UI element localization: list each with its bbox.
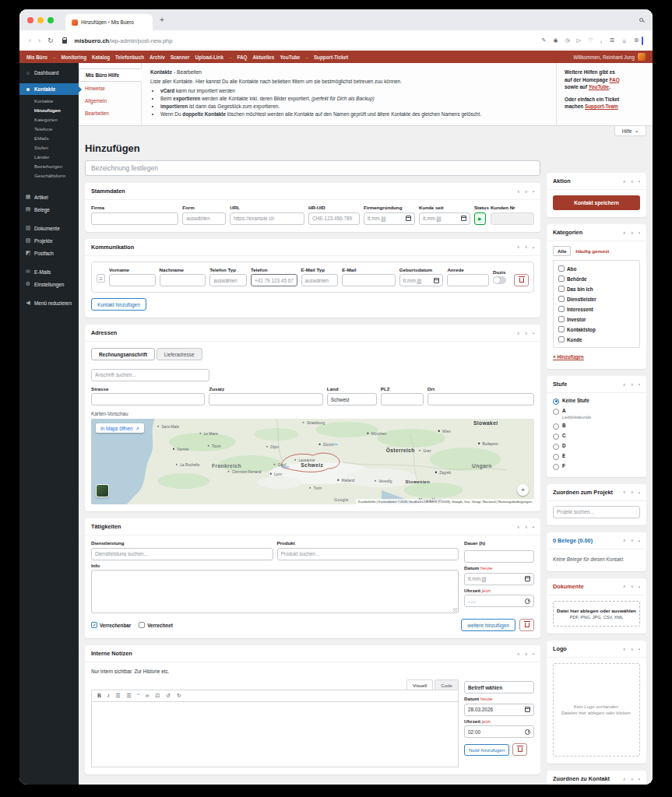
tab-alle[interactable]: Alle [553,246,571,256]
move-down-icon[interactable]: ∨ [525,651,528,656]
editor-toolbar-icon[interactable]: I [107,693,109,699]
clock-icon[interactable] [525,599,530,604]
stufe-option[interactable]: B [553,423,640,430]
move-up-icon[interactable]: ∧ [517,189,520,194]
stufe-option[interactable]: Keine Stufe [553,398,640,405]
collapse-icon[interactable]: ▴ [639,585,640,588]
hruid-input[interactable] [308,212,360,225]
admin-menu-item[interactable]: FAQ [237,54,247,60]
collapse-icon[interactable]: ▴ [533,525,534,528]
delete-kontakt-button[interactable] [514,274,529,286]
sidebar-subitem[interactable]: Beziehungen [19,161,79,170]
projekt-search-input[interactable] [553,506,640,518]
sidebar-subitem[interactable]: Kategorien [19,114,79,124]
forward-icon[interactable]: › [38,37,40,44]
help-tab[interactable]: Hinweise [79,83,141,94]
move-up-icon[interactable]: ∧ [517,244,520,249]
delete-notiz-button[interactable] [512,743,527,756]
help-tab[interactable]: Bearbeiten [79,107,141,119]
sidebar-item[interactable]: ▥ Dokumente [19,222,79,234]
sidebar-subitem[interactable]: Telefone [19,124,79,133]
plz-input[interactable] [381,393,424,406]
sidebar-item[interactable]: ◩ Postfach [19,247,79,259]
back-icon[interactable]: ‹ [29,37,31,44]
calendar-icon[interactable] [434,278,439,283]
calendar-icon[interactable] [406,216,411,221]
verrechenbar-checkbox[interactable]: ✓ [91,622,97,628]
checkbox-icon[interactable] [558,286,565,292]
lock-icon[interactable] [62,40,67,44]
sidebar-subitem[interactable]: Hinzufügen [19,105,79,114]
calendar-icon[interactable] [525,707,530,712]
move-up-icon[interactable]: ∧ [623,179,626,184]
stufe-option[interactable]: C [553,433,640,440]
collapse-icon[interactable]: ▴ [639,647,640,651]
move-up-icon[interactable]: ∧ [623,777,626,781]
drag-handle-icon[interactable]: ☰ [97,274,105,283]
info-textarea[interactable] [91,570,459,613]
sidebar-item[interactable]: ▧ Projekte [19,234,79,247]
panel-header[interactable]: Tätigkeiten ∧∨▴ [85,518,540,535]
panel-header[interactable]: Aktion ∧∨▴ [547,173,646,189]
sidebar-subitem[interactable]: EMails [19,133,79,142]
welcome-text[interactable]: Willkommen, Reinhard Jung [573,54,635,60]
panel-header[interactable]: Dokumente ∧∨▴ [547,578,646,595]
uhrzeit-time-input[interactable]: --:-- [464,595,534,607]
support-link[interactable]: Support-Team [585,104,618,109]
firmengruendung-date-input[interactable]: tt.mm.jjjj [364,212,415,225]
editor-content-area[interactable] [91,702,459,767]
notiz-hinzufuegen-button[interactable]: Notiz hinzufügen [464,744,509,756]
browser-toolbar-icon[interactable]: ◉ [553,37,558,44]
sidebar-item[interactable]: ◀ Menü reduzieren [19,297,79,309]
dokumente-dropzone[interactable]: Datei hier ablegen oder auswählen PDF, P… [553,601,640,627]
collapse-icon[interactable]: ▴ [533,651,534,655]
collapse-icon[interactable]: ▴ [639,490,640,494]
collapse-icon[interactable]: ▴ [533,331,534,335]
sidebar-item-dashboard[interactable]: ⌂ Dashboard [19,67,79,79]
admin-menu-item[interactable]: YouTube [280,54,300,60]
produkt-input[interactable] [277,548,459,560]
radio-icon[interactable] [553,423,559,430]
url-input[interactable] [230,212,304,225]
radio-icon[interactable] [553,444,559,450]
firma-input[interactable] [91,212,178,225]
move-down-icon[interactable]: ∨ [525,331,528,335]
tab-haeufig-genutzt[interactable]: Häufig genutzt [575,248,609,254]
move-up-icon[interactable]: ∧ [623,490,626,494]
panel-header[interactable]: Stammdaten ∧∨▴ [85,183,540,199]
dauer-input[interactable] [464,550,534,563]
youtube-link[interactable]: YouTube [589,84,609,90]
land-input[interactable] [327,393,377,406]
radio-icon[interactable] [553,434,559,440]
dienstleistung-input[interactable] [91,548,273,560]
help-tab[interactable]: Allgemein [79,95,141,107]
editor-toolbar-icon[interactable]: ∞ [146,693,150,699]
title-input[interactable] [85,160,540,176]
weitere-hinzufuegen-button[interactable]: weitere hinzufügen [461,619,515,631]
heute-link[interactable]: heute [480,565,492,571]
map-pan-control[interactable]: + [517,484,529,496]
browser-tab[interactable]: Hinzufügen ‹ Mis Buero [65,14,153,30]
stufe-option[interactable]: A Lieblinkskunde [553,408,640,420]
avatar[interactable] [638,53,646,61]
sidebar-item[interactable]: ✉ E-Mails [19,265,79,278]
move-up-icon[interactable]: ∧ [623,230,626,235]
collapse-icon[interactable]: ▴ [639,777,640,781]
kategorie-option[interactable]: Kunde [558,336,635,342]
move-down-icon[interactable]: ∨ [525,244,528,249]
admin-menu-item[interactable]: Scanner [171,54,190,60]
checkbox-icon[interactable] [558,296,565,302]
checkbox-icon[interactable] [558,306,565,312]
panel-header[interactable]: Interne Notizen ∧∨▴ [85,645,540,662]
move-up-icon[interactable]: ∧ [623,382,626,387]
panel-header[interactable]: 0 Belege (0.00) ∧∨▴ [547,532,646,549]
move-down-icon[interactable]: ∨ [631,490,634,494]
panel-header[interactable]: Kommunikation ∧∨▴ [85,239,540,255]
panel-header[interactable]: Kategorien ∧∨▴ [547,224,646,241]
admin-menu-item[interactable]: Archiv [150,54,165,60]
move-up-icon[interactable]: ∧ [623,584,626,588]
sidebar-item[interactable]: ▦ Artikel [19,191,79,203]
collapse-icon[interactable]: ▴ [533,245,534,249]
jetzt-link[interactable]: jetzt [482,588,491,593]
vorname-input[interactable] [109,274,156,286]
